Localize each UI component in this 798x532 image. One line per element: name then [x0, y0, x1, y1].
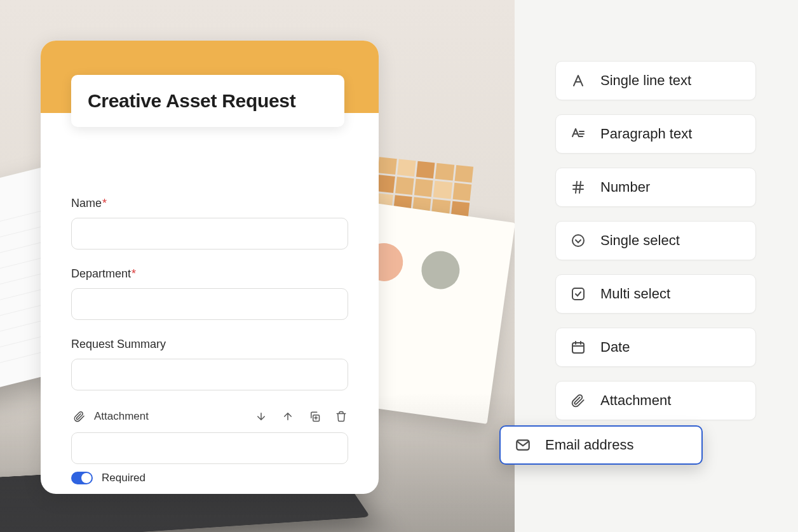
dragged-field-label: Email address: [545, 437, 633, 453]
form-title-card[interactable]: Creative Asset Request: [71, 75, 344, 127]
field-type-label: Single select: [600, 232, 680, 249]
field-type-label: Single line text: [600, 72, 691, 89]
paperclip-icon: [71, 408, 88, 425]
move-down-button[interactable]: [254, 409, 268, 423]
field-type-label: Number: [600, 179, 650, 196]
field-type-multi-select[interactable]: Multi select: [555, 274, 756, 314]
field-type-label: Paragraph text: [600, 126, 692, 142]
attachment-label: Attachment: [94, 410, 149, 423]
form-builder-card: Creative Asset Request Name* Department*…: [41, 41, 379, 494]
field-name: Name*: [71, 197, 348, 249]
required-toggle-label: Required: [102, 472, 145, 484]
department-input[interactable]: [71, 288, 348, 320]
field-attachment-block: Attachment: [71, 408, 348, 484]
field-type-single-line[interactable]: Single line text: [555, 61, 756, 100]
field-type-label: Date: [600, 339, 630, 356]
dragged-field-email[interactable]: Email address: [499, 425, 703, 465]
mail-icon: [515, 437, 531, 453]
duplicate-button[interactable]: [308, 409, 321, 423]
paperclip-icon: [570, 392, 586, 409]
form-title: Creative Asset Request: [88, 90, 328, 112]
attachment-actions: [254, 409, 348, 423]
attachment-input[interactable]: [71, 432, 348, 464]
field-type-date[interactable]: Date: [555, 328, 756, 367]
svg-rect-2: [572, 288, 584, 300]
field-summary: Request Summary: [71, 338, 348, 390]
summary-input[interactable]: [71, 359, 348, 390]
svg-point-1: [572, 235, 584, 246]
field-department-label: Department*: [71, 267, 348, 281]
field-name-label: Name*: [71, 197, 348, 210]
field-type-label: Attachment: [600, 392, 671, 409]
select-down-icon: [570, 232, 586, 249]
field-type-list: Single line text Paragraph text Number S…: [555, 61, 756, 420]
svg-rect-3: [572, 343, 584, 353]
field-summary-label: Request Summary: [71, 338, 348, 351]
field-type-single-select[interactable]: Single select: [555, 221, 756, 260]
delete-button[interactable]: [334, 409, 348, 423]
paragraph-icon: [570, 126, 586, 142]
field-type-paragraph[interactable]: Paragraph text: [555, 114, 756, 154]
move-up-button[interactable]: [281, 409, 295, 423]
field-type-number[interactable]: Number: [555, 168, 756, 207]
field-type-label: Multi select: [600, 286, 670, 302]
field-type-attachment[interactable]: Attachment: [555, 381, 756, 420]
text-a-icon: [570, 72, 586, 89]
required-toggle[interactable]: [71, 472, 93, 484]
field-department: Department*: [71, 267, 348, 320]
check-square-icon: [570, 286, 586, 302]
canvas: Calendar Files litigation changes redesi…: [0, 0, 798, 532]
name-input[interactable]: [71, 218, 348, 249]
hash-icon: [570, 179, 586, 196]
calendar-icon: [570, 339, 586, 356]
